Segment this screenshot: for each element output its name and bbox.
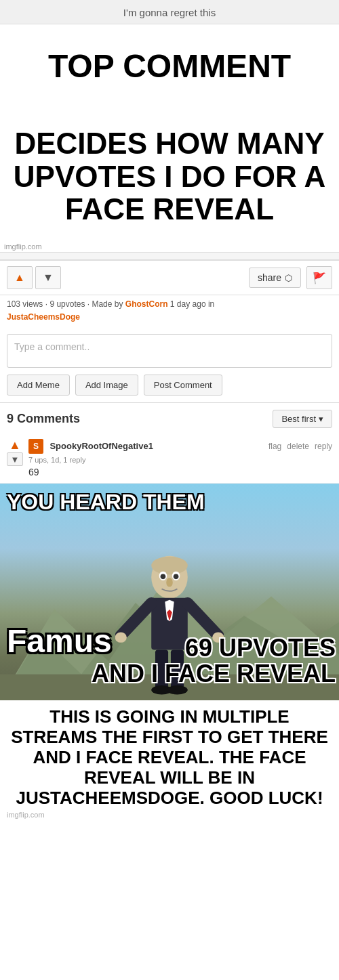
comment-downvote-button[interactable]: ▼ [7,452,23,466]
delete-comment-link[interactable]: delete [287,442,309,451]
comment-user-row: S SpookyRootOfNegative1 [28,439,153,454]
upvotes-count: 9 upvotes [49,299,85,309]
comment-upvote-button[interactable]: ▲ [9,439,21,451]
share-icon: ⬡ [285,273,292,283]
imgflip-watermark-top: imgflip.com [0,241,339,252]
author-link[interactable]: GhostCorn [125,299,168,309]
comment-content: S SpookyRootOfNegative1 flag delete repl… [28,439,332,477]
comment-vote-col: ▲ ▼ [7,439,23,477]
bottom-imgflip-watermark: imgflip.com [7,808,332,819]
vote-buttons: ▲ ▼ [7,266,61,289]
community-link[interactable]: JustaCheemsDoge [7,312,80,322]
comments-header: 9 Comments Best first ▾ [0,402,339,433]
meme-bottom-container: YOU HEARD THEM Famus 69 UPVOTES AND I FA… [0,484,339,700]
meme-top-section: TOP COMMENT [0,24,339,106]
svg-point-4 [151,557,188,575]
comment-text: 69 [28,467,332,477]
add-image-button[interactable]: Add Image [75,375,138,396]
comment-item: ▲ ▼ S SpookyRootOfNegative1 flag delete … [0,433,339,484]
reply-comment-link[interactable]: reply [315,442,332,451]
made-by-label: Made by [92,299,123,309]
chevron-down-icon: ▾ [319,414,323,424]
share-button[interactable]: share ⬡ [249,268,301,288]
svg-line-13 [121,603,151,636]
upvotes-reveal-text: 69 UPVOTES AND I FACE REVEAL [92,635,336,687]
meme-overlay-top-text: YOU HEARD THEM [7,490,205,514]
comments-count: 9 Comments [7,412,80,426]
user-avatar-icon: S [28,439,43,454]
meme-main-section: DECIDES HOW MANY UPVOTES I DO FOR A FACE… [0,106,339,241]
meme-big-text: DECIDES HOW MANY UPVOTES I DO FOR A FACE… [7,127,332,226]
upvote-button[interactable]: ▲ [7,266,33,289]
comment-username[interactable]: SpookyRootOfNegative1 [49,441,153,451]
comment-placeholder: Type a comment.. [14,341,89,352]
post-comment-button[interactable]: Post Comment [144,375,222,396]
add-meme-button[interactable]: Add Meme [7,375,70,396]
share-label: share [258,272,281,283]
sort-label: Best first [281,414,316,424]
sort-button[interactable]: Best first ▾ [273,410,332,428]
top-comment-label: TOP COMMENT [48,49,291,85]
meta-info: 103 views · 9 upvotes · Made by GhostCor… [0,295,339,310]
title-bar: I'm gonna regret this [0,0,339,24]
comment-input[interactable]: Type a comment.. [7,334,332,368]
comment-meta: 7 ups, 1d, 1 reply [28,456,332,464]
downvote-button[interactable]: ▼ [35,266,61,289]
vote-bar: ▲ ▼ share ⬡ 🚩 [0,260,339,295]
bottom-big-text: THIS IS GOING IN MULTIPLE STREAMS THE FI… [7,707,332,808]
svg-point-7 [161,574,166,579]
comment-actions: Add Meme Add Image Post Comment [0,375,339,402]
meme-famus-image: YOU HEARD THEM Famus 69 UPVOTES AND I FA… [0,484,339,700]
comment-action-links: flag delete reply [268,442,332,451]
bottom-text-section: THIS IS GOING IN MULTIPLE STREAMS THE FI… [0,700,339,826]
comment-header-row: S SpookyRootOfNegative1 flag delete repl… [28,439,332,454]
svg-point-8 [174,574,179,579]
flag-comment-link[interactable]: flag [268,442,281,451]
time-label: 1 day ago in [170,299,214,309]
svg-line-14 [188,603,218,636]
page-title: I'm gonna regret this [123,7,216,18]
section-divider [0,252,339,260]
svg-point-9 [166,578,173,587]
views-count: 103 views [7,299,43,309]
flag-button[interactable]: 🚩 [306,266,332,289]
community-link-wrapper: JustaCheemsDoge [0,312,87,327]
